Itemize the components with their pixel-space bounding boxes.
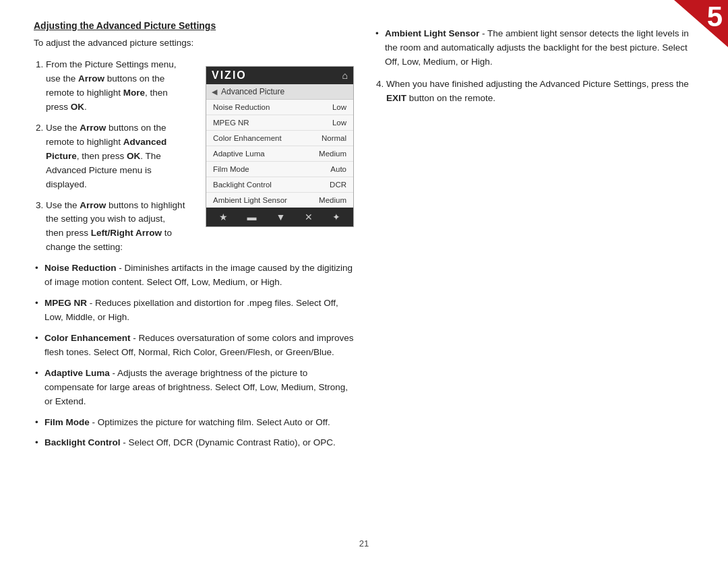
tv-menu-header: ◀ Advanced Picture [206, 84, 353, 100]
badge-number: 5 [707, 3, 723, 31]
table-row: Film Mode Auto [206, 162, 353, 177]
down-arrow-icon: ▼ [276, 212, 286, 222]
tv-mockup: VIZIO ⌂ ◀ Advanced Picture Noise Reducti… [206, 66, 354, 227]
tv-footer: ★ ▬ ▼ ✕ ✦ [206, 208, 353, 226]
list-item: Film Mode - Optimizes the picture for wa… [34, 416, 354, 430]
features-list: Noise Reduction - Diminishes artifacts i… [34, 261, 354, 450]
list-item: Ambient Light Sensor - The ambient light… [374, 27, 694, 69]
list-item: Backlight Control - Select Off, DCR (Dyn… [34, 436, 354, 450]
table-row: Ambient Light Sensor Medium [206, 193, 353, 208]
tv-menu-body: Noise Reduction Low MPEG NR Low Color En… [206, 100, 353, 208]
right-column: Ambient Light Sensor - The ambient light… [374, 20, 694, 535]
vizio-logo: VIZIO [212, 69, 247, 82]
steps-and-mockup: VIZIO ⌂ ◀ Advanced Picture Noise Reducti… [34, 58, 354, 261]
list-item: Noise Reduction - Diminishes artifacts i… [34, 261, 354, 290]
menu-icon: ▬ [247, 212, 257, 222]
table-row: MPEG NR Low [206, 115, 353, 131]
list-item: Adaptive Luma - Adjusts the average brig… [34, 367, 354, 409]
star-icon: ★ [219, 212, 228, 222]
section-title: Adjusting the Advanced Picture Settings [34, 20, 354, 31]
menu-header-label: Advanced Picture [221, 87, 284, 96]
table-row: Adaptive Luma Medium [206, 146, 353, 162]
intro-text: To adjust the advanced picture settings: [34, 36, 354, 50]
list-item: MPEG NR - Reduces pixellation and distor… [34, 296, 354, 325]
table-row: Noise Reduction Low [206, 100, 353, 115]
list-item: Color Enhancement - Reduces oversaturati… [34, 332, 354, 360]
right-features-list: Ambient Light Sensor - The ambient light… [374, 27, 694, 69]
list-item: When you have finished adjusting the Adv… [386, 77, 694, 106]
x-icon: ✕ [305, 212, 313, 222]
gear-icon: ✦ [332, 212, 340, 222]
page-number: 21 [359, 538, 369, 549]
back-arrow-icon: ◀ [212, 88, 217, 96]
right-steps-list: When you have finished adjusting the Adv… [374, 77, 694, 106]
home-icon: ⌂ [342, 70, 348, 81]
table-row: Color Enhancement Normal [206, 131, 353, 146]
left-column: Adjusting the Advanced Picture Settings … [34, 20, 354, 535]
tv-top-bar: VIZIO ⌂ [206, 67, 353, 84]
table-row: Backlight Control DCR [206, 177, 353, 193]
